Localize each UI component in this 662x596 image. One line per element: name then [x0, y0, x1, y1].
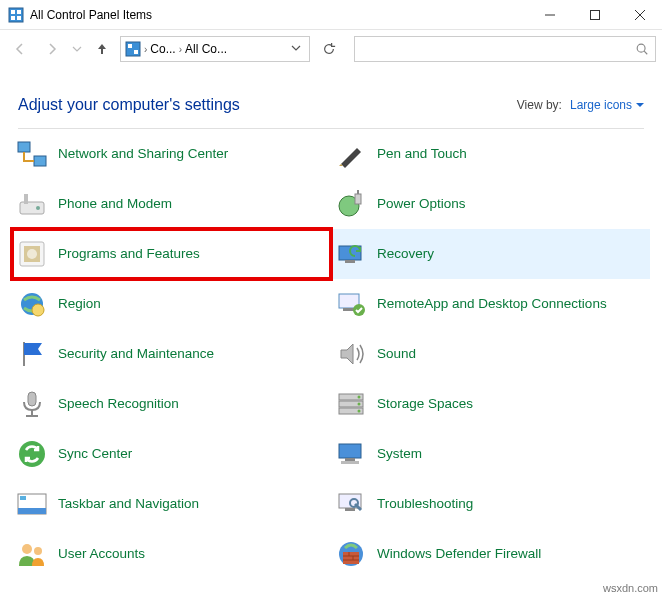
item-taskbar-navigation[interactable]: Taskbar and Navigation [12, 479, 331, 529]
svg-rect-6 [590, 10, 599, 19]
phone-icon [16, 188, 48, 220]
item-storage-spaces[interactable]: Storage Spaces [331, 379, 650, 429]
svg-rect-14 [18, 142, 30, 152]
sync-icon [16, 438, 48, 470]
pen-icon [335, 138, 367, 170]
item-label: Troubleshooting [377, 496, 473, 513]
close-button[interactable] [617, 0, 662, 30]
item-label: Sound [377, 346, 416, 363]
item-label: Taskbar and Navigation [58, 496, 199, 513]
item-remoteapp[interactable]: RemoteApp and Desktop Connections [331, 279, 650, 329]
svg-rect-50 [341, 461, 359, 464]
item-speech-recognition[interactable]: Speech Recognition [12, 379, 331, 429]
item-label: Storage Spaces [377, 396, 473, 413]
remoteapp-icon [335, 288, 367, 320]
svg-point-23 [32, 304, 44, 316]
history-dropdown[interactable] [70, 35, 84, 63]
svg-point-12 [637, 44, 645, 52]
svg-rect-16 [20, 202, 44, 214]
back-button[interactable] [6, 35, 34, 63]
search-input[interactable] [354, 36, 656, 62]
network-icon [16, 138, 48, 170]
item-label: Pen and Touch [377, 146, 467, 163]
item-label: Network and Sharing Center [58, 146, 228, 163]
item-label: RemoteApp and Desktop Connections [377, 296, 607, 313]
svg-point-32 [22, 544, 32, 554]
programs-icon [16, 238, 48, 270]
svg-rect-31 [20, 496, 26, 500]
item-recovery[interactable]: Recovery [331, 229, 650, 279]
viewby-select[interactable]: Large icons [570, 98, 644, 112]
svg-point-45 [358, 396, 361, 399]
item-security-maintenance[interactable]: Security and Maintenance [12, 329, 331, 379]
chevron-right-icon: › [179, 44, 182, 55]
item-pen-touch[interactable]: Pen and Touch [331, 129, 650, 179]
item-label: Sync Center [58, 446, 132, 463]
troubleshooting-icon [335, 488, 367, 520]
svg-rect-38 [345, 260, 355, 263]
storage-icon [335, 388, 367, 420]
item-label: User Accounts [58, 546, 145, 563]
svg-point-18 [36, 206, 40, 210]
svg-point-21 [27, 249, 37, 259]
svg-rect-4 [17, 16, 21, 20]
address-bar[interactable]: › Co... › All Co... [120, 36, 310, 62]
item-label: Power Options [377, 196, 466, 213]
firewall-icon [335, 538, 367, 570]
breadcrumb-seg-1[interactable]: Co... [150, 42, 175, 56]
titlebar: All Control Panel Items [0, 0, 662, 30]
item-user-accounts[interactable]: User Accounts [12, 529, 331, 579]
item-programs-features[interactable]: Programs and Features [12, 229, 331, 279]
microphone-icon [16, 388, 48, 420]
item-network-sharing[interactable]: Network and Sharing Center [12, 129, 331, 179]
navbar: › Co... › All Co... [0, 30, 662, 68]
taskbar-icon [16, 488, 48, 520]
page-title: Adjust your computer's settings [18, 96, 517, 114]
search-icon [635, 42, 649, 56]
header: Adjust your computer's settings View by:… [0, 68, 662, 128]
item-troubleshooting[interactable]: Troubleshooting [331, 479, 650, 529]
item-region[interactable]: Region [12, 279, 331, 329]
breadcrumb-seg-2[interactable]: All Co... [185, 42, 227, 56]
item-sound[interactable]: Sound [331, 329, 650, 379]
watermark: wsxdn.com [603, 582, 658, 594]
svg-rect-2 [17, 10, 21, 14]
item-label: Recovery [377, 246, 434, 263]
minimize-button[interactable] [527, 0, 572, 30]
address-dropdown-icon[interactable] [287, 42, 305, 56]
item-label: Phone and Modem [58, 196, 172, 213]
chevron-down-icon [636, 101, 644, 109]
item-phone-modem[interactable]: Phone and Modem [12, 179, 331, 229]
item-label: Programs and Features [58, 246, 200, 263]
users-icon [16, 538, 48, 570]
item-windows-defender-firewall[interactable]: Windows Defender Firewall [331, 529, 650, 579]
refresh-button[interactable] [314, 35, 344, 63]
svg-rect-10 [128, 44, 132, 48]
item-label: Speech Recognition [58, 396, 179, 413]
column-right: Pen and Touch Power Options Recovery Rem… [331, 129, 650, 579]
control-panel-icon [125, 41, 141, 57]
svg-line-13 [644, 51, 647, 54]
forward-button[interactable] [38, 35, 66, 63]
item-power-options[interactable]: Power Options [331, 179, 650, 229]
svg-rect-11 [134, 50, 138, 54]
svg-rect-3 [11, 16, 15, 20]
system-icon [335, 438, 367, 470]
item-sync-center[interactable]: Sync Center [12, 429, 331, 479]
flag-icon [16, 338, 48, 370]
svg-rect-1 [11, 10, 15, 14]
svg-rect-49 [345, 458, 355, 461]
power-icon [335, 188, 367, 220]
svg-point-28 [19, 441, 45, 467]
svg-rect-17 [24, 194, 28, 204]
svg-rect-48 [339, 444, 361, 458]
viewby-label: View by: [517, 98, 562, 112]
item-system[interactable]: System [331, 429, 650, 479]
window-title: All Control Panel Items [30, 8, 152, 22]
item-label: Security and Maintenance [58, 346, 214, 363]
maximize-button[interactable] [572, 0, 617, 30]
svg-point-47 [358, 410, 361, 413]
up-button[interactable] [88, 35, 116, 63]
svg-rect-55 [343, 552, 359, 564]
svg-point-33 [34, 547, 42, 555]
